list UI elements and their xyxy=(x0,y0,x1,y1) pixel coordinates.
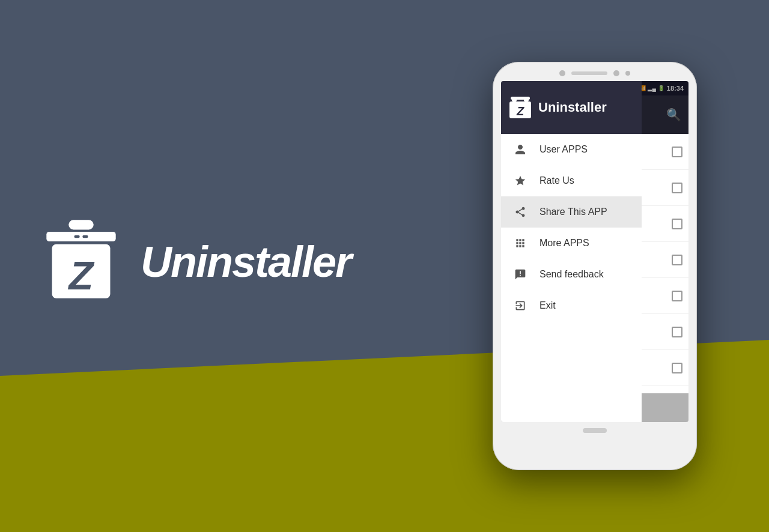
checkbox[interactable] xyxy=(672,183,682,193)
menu-label-rate-us: Rate Us xyxy=(540,175,574,186)
menu-label-share-app: Share This APP xyxy=(540,207,607,217)
menu-item-more-apps[interactable]: More APPS xyxy=(501,228,642,259)
nav-drawer: Z Uninstaller User APPS Rate Us xyxy=(501,81,642,422)
svg-rect-0 xyxy=(68,220,94,229)
trash-icon: Z xyxy=(36,217,126,307)
checkbox[interactable] xyxy=(672,363,682,373)
home-button xyxy=(583,428,607,433)
checkbox[interactable] xyxy=(672,291,682,301)
checkbox[interactable] xyxy=(672,327,682,337)
phone-top-bar xyxy=(501,70,688,76)
phone-body: 📶 ▂▄ 🔋 18:34 Z Uninstaller 🔍 xyxy=(493,62,697,470)
drawer-header-logo: Z xyxy=(508,95,532,119)
app-list-item xyxy=(642,134,688,170)
menu-label-user-apps: User APPS xyxy=(540,144,588,155)
menu-label-more-apps: More APPS xyxy=(540,238,589,249)
menu-label-send-feedback: Send feedback xyxy=(540,269,604,280)
phone-speaker xyxy=(571,71,607,75)
grid-icon xyxy=(513,236,527,250)
svg-text:Z: Z xyxy=(516,104,524,118)
svg-rect-1 xyxy=(46,232,115,241)
app-list-item xyxy=(642,278,688,314)
share-icon xyxy=(513,205,527,219)
svg-text:Z: Z xyxy=(68,253,95,298)
drawer-header-app-name: Uninstaller xyxy=(538,100,607,115)
logo-text: Uninstaller xyxy=(141,237,351,286)
feedback-icon xyxy=(513,267,527,282)
menu-item-user-apps[interactable]: User APPS xyxy=(501,134,642,165)
svg-rect-4 xyxy=(74,235,79,238)
exit-icon xyxy=(513,298,527,313)
star-icon xyxy=(513,174,527,188)
left-logo-area: Z Uninstaller xyxy=(36,217,351,307)
front-camera xyxy=(559,70,565,76)
menu-item-share-app[interactable]: Share This APP xyxy=(501,196,642,228)
sensor2 xyxy=(625,71,630,76)
app-list-item xyxy=(642,206,688,242)
person-icon xyxy=(513,142,527,157)
menu-item-send-feedback[interactable]: Send feedback xyxy=(501,259,642,290)
svg-rect-11 xyxy=(524,98,529,101)
phone-bottom xyxy=(501,428,688,433)
checkbox[interactable] xyxy=(672,147,682,157)
menu-label-exit: Exit xyxy=(540,300,556,311)
app-list-item xyxy=(642,242,688,278)
drawer-header: Z Uninstaller xyxy=(501,81,642,134)
app-list-item xyxy=(642,170,688,206)
menu-item-rate-us[interactable]: Rate Us xyxy=(501,165,642,196)
app-list-item xyxy=(642,314,688,350)
sensor xyxy=(613,70,619,76)
svg-rect-5 xyxy=(82,235,88,238)
menu-item-exit[interactable]: Exit xyxy=(501,290,642,321)
app-list xyxy=(642,134,688,393)
phone-mockup: 📶 ▂▄ 🔋 18:34 Z Uninstaller 🔍 xyxy=(493,62,697,470)
svg-rect-10 xyxy=(512,98,517,101)
phone-screen: 📶 ▂▄ 🔋 18:34 Z Uninstaller 🔍 xyxy=(501,81,688,422)
checkbox[interactable] xyxy=(672,219,682,229)
checkbox[interactable] xyxy=(672,255,682,265)
app-list-item xyxy=(642,350,688,386)
